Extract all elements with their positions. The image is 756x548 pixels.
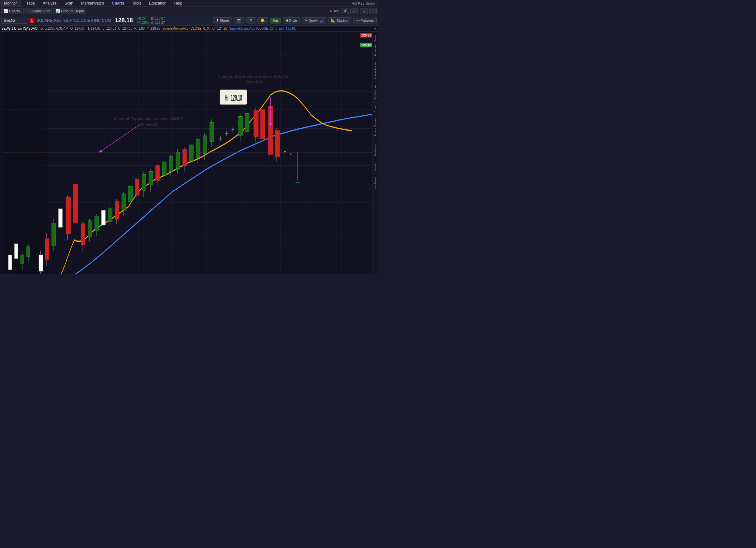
undo-button[interactable]: ↺ [342, 8, 349, 14]
svg-rect-56 [135, 179, 139, 195]
tab-big-buttons[interactable]: Big Buttons [373, 82, 378, 102]
share-button[interactable]: ⬆ Share [213, 17, 232, 23]
price-change: +5.24 +4.26% [137, 17, 149, 24]
tab-chart[interactable]: Chart [373, 102, 378, 115]
right-panel: Times And Sales Active Trader Big Button… [372, 32, 378, 274]
patterns-icon: 〰 [356, 19, 360, 22]
tab-active-trader[interactable]: Active Trader [373, 59, 378, 82]
style-button[interactable]: ◆ Style [283, 17, 300, 23]
date-val: D: 5/12/20 6:35 AM [40, 27, 68, 30]
tab-times-and-sales[interactable]: Times And Sales [373, 32, 378, 59]
symbol-detail: SEDG 1 D 5m [NASDAQ] [1, 27, 38, 30]
svg-rect-52 [122, 194, 125, 210]
ma20-val: 123.61 [286, 27, 296, 30]
svg-rect-18 [3, 32, 47, 274]
svg-rect-78 [210, 123, 214, 142]
flexible-grid-button[interactable]: ⊞ Flexible Grid [23, 8, 52, 14]
left-button[interactable]: ← [350, 8, 358, 14]
svg-rect-44 [95, 216, 98, 231]
svg-text:+: + [231, 123, 234, 135]
svg-rect-64 [162, 162, 166, 175]
svg-rect-66 [169, 157, 173, 172]
price-chart[interactable]: + + + + * [3, 32, 372, 274]
hotkey-setup[interactable]: Hot Key Setup [348, 1, 378, 5]
svg-rect-22 [14, 244, 18, 259]
svg-text:*: * [290, 150, 292, 160]
layout-button[interactable]: ⊞ [369, 8, 377, 14]
svg-rect-91 [268, 106, 273, 154]
svg-text:+: + [225, 128, 228, 139]
price-chart-svg: + + + + * [3, 32, 372, 274]
tab-dashboard[interactable]: Dashboard [373, 139, 378, 159]
menu-marketwatch[interactable]: MarketWatch [77, 0, 108, 7]
drawings-icon: ✏ [305, 18, 308, 22]
tab-live-news[interactable]: Live News [373, 174, 378, 193]
svg-rect-46 [101, 210, 105, 225]
tab-level-ii[interactable]: Level II [373, 159, 378, 174]
menu-scan[interactable]: Scan [61, 0, 77, 7]
svg-rect-74 [196, 139, 200, 157]
right-button[interactable]: → [360, 8, 368, 14]
svg-rect-85 [245, 113, 249, 131]
svg-rect-40 [81, 224, 85, 244]
y-val: Y: 128.92 [147, 27, 160, 30]
camera-icon: 📷 [237, 18, 241, 22]
svg-rect-24 [21, 255, 24, 264]
ma20-label: SimpleMovingAvg (CLOSE, 20, 0, no) [229, 27, 284, 30]
menu-analyze[interactable]: Analyze [39, 0, 61, 7]
grid-icon: ⊞ [25, 9, 28, 13]
svg-rect-32 [52, 224, 56, 246]
drawings-button[interactable]: ✏ Drawings [302, 17, 326, 23]
menu-monitor[interactable]: Monitor [0, 0, 21, 7]
svg-rect-30 [45, 238, 49, 259]
svg-rect-58 [142, 175, 146, 191]
menu-charts[interactable]: Charts [108, 0, 128, 7]
gear-icon: ⚙ [249, 18, 253, 22]
svg-text:+: + [283, 147, 286, 157]
chart-info-bar: SEDG 1 D 5m [NASDAQ] D: 5/12/20 6:35 AM … [0, 26, 378, 32]
share-icon: ⬆ [216, 18, 219, 22]
patterns-button[interactable]: 〰 Patterns [353, 18, 377, 23]
style-icon: ◆ [286, 18, 288, 22]
collapse-left[interactable]: ◀ [0, 32, 3, 274]
menu-bar: Monitor Trade Analyze Scan MarketWatch C… [0, 0, 378, 7]
svg-rect-48 [108, 208, 112, 221]
low-val: L: 123.01 [103, 27, 116, 30]
svg-text:⌒: ⌒ [295, 181, 300, 194]
svg-rect-54 [128, 186, 132, 201]
studies-button[interactable]: 📐 Studies [328, 17, 351, 23]
svg-rect-89 [260, 109, 265, 139]
menu-trade[interactable]: Trade [21, 0, 39, 7]
main-area: ◀ [0, 32, 378, 274]
alert-button[interactable]: 🔔 [257, 17, 268, 23]
menu-education[interactable]: Education [145, 0, 170, 7]
open-val: O: 124.63 [70, 27, 85, 30]
company-name: SOLAREDGE TECHNOLOGIES INC COM [36, 18, 111, 23]
symbol-input[interactable] [1, 17, 27, 24]
bid-ask: B: 128.07 A: 128.27 [151, 16, 165, 25]
charts-button[interactable]: 📈 Charts [1, 8, 22, 14]
svg-rect-36 [66, 197, 71, 234]
settings-button[interactable]: ⚙ [246, 17, 255, 23]
svg-rect-38 [73, 184, 78, 223]
chart-area: + + + + * [3, 32, 372, 274]
charts-icon: 📈 [4, 9, 8, 13]
svg-rect-62 [155, 166, 159, 180]
svg-rect-93 [275, 131, 280, 157]
alert-badge: 1 [29, 18, 35, 23]
expand-icon[interactable]: ⤢ [374, 27, 377, 30]
menu-tools[interactable]: Tools [128, 0, 145, 7]
bell-icon: 🔔 [260, 18, 265, 22]
current-price: 128.18 [115, 17, 133, 24]
menu-help[interactable]: Help [170, 0, 186, 7]
svg-rect-34 [58, 209, 62, 227]
tab-phase-scores[interactable]: Phase Scores [373, 115, 378, 139]
svg-rect-20 [8, 255, 12, 270]
svg-rect-87 [254, 110, 259, 137]
change-pct: +4.26% [137, 21, 149, 24]
close-val: C: 124.58 [118, 27, 132, 30]
camera-button[interactable]: 📷 [234, 17, 244, 23]
timeframe-button[interactable]: 5m [270, 18, 281, 23]
change-abs: +5.24 [137, 17, 149, 21]
product-depth-button[interactable]: 📊 Product Depth [53, 8, 86, 14]
